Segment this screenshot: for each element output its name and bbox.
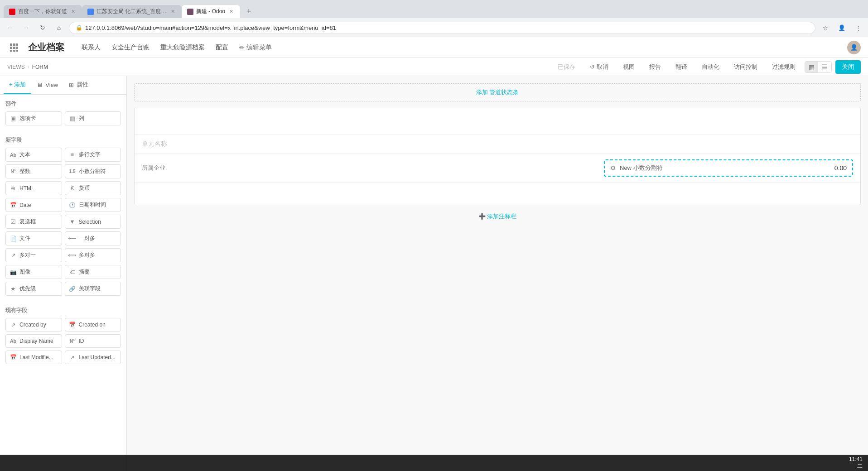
refresh-button[interactable]: ↻ (36, 21, 49, 34)
sidebar-item-related[interactable]: 🔗 关联字段 (65, 282, 121, 296)
svg-rect-3 (10, 47, 12, 49)
text-label: 文本 (19, 151, 30, 159)
sidebar-item-one2many[interactable]: ⟵ 一对多 (65, 231, 121, 245)
last-modified-icon: 📅 (10, 354, 17, 361)
forward-button[interactable]: → (20, 21, 33, 34)
sidebar-item-selection[interactable]: ▼ Selection (65, 215, 121, 229)
text-icon: Ab (10, 151, 17, 159)
nav-edit-menu[interactable]: ✏ 编辑菜单 (235, 41, 276, 54)
brand-title: 企业档案 (28, 41, 64, 53)
sidebar-item-many2many[interactable]: ⟺ 多对多 (65, 248, 121, 262)
sidebar-item-image[interactable]: 📷 图像 (5, 265, 62, 279)
created-on-label: Created on (79, 322, 106, 328)
form-container: 单元名称 所属企业 ⚙ New 小数分割符 0.00 (134, 107, 861, 205)
selection-icon: ▼ (69, 218, 76, 226)
existing-fields-title: 现有字段 (5, 307, 121, 314)
new-fields-title: 新字段 (5, 136, 121, 144)
view-button[interactable]: 视图 (617, 61, 640, 73)
user-avatar[interactable]: 👤 (847, 41, 861, 54)
id-icon: N° (69, 337, 76, 345)
decimal-field-value: 0.00 (834, 164, 847, 172)
decimal-field-container: ⚙ New 小数分割符 0.00 (232, 159, 853, 177)
filter-button[interactable]: 过滤规则 (767, 61, 801, 73)
sidebar-item-datetime[interactable]: 🕐 日期和时间 (65, 198, 121, 212)
new-tab-button[interactable]: + (242, 5, 256, 18)
grid-view-button[interactable]: ▦ (805, 62, 818, 72)
existing-fields-section: 现有字段 ↗ Created by 📅 Created on Ab Displa… (0, 301, 126, 370)
sidebar-item-date[interactable]: 📅 Date (5, 198, 62, 212)
sidebar-item-priority[interactable]: ★ 优先级 (5, 282, 62, 296)
last-modified-label: Last Modifie... (19, 354, 53, 360)
sidebar-item-last-modified[interactable]: 📅 Last Modifie... (5, 351, 62, 364)
tab-2-favicon (87, 9, 94, 15)
nav-hazard[interactable]: 重大危险源档案 (156, 41, 209, 54)
sidebar-item-currency[interactable]: € 货币 (65, 181, 121, 195)
sidebar-item-html[interactable]: ⊕ HTML (5, 181, 62, 195)
nav-config[interactable]: 配置 (211, 41, 233, 54)
svg-rect-5 (16, 47, 18, 49)
breadcrumb: VIEWS › FORM (7, 64, 549, 70)
sidebar-item-tags[interactable]: 🏷 摘要 (65, 265, 121, 279)
display-name-icon: Ab (10, 337, 17, 345)
sidebar-item-file[interactable]: 📄 文件 (5, 231, 62, 245)
new-fields-section: 新字段 Ab 文本 ≡ 多行文字 N° 整数 1.5 小数分割符 (0, 131, 126, 301)
tab-3[interactable]: 新建 - Odoo ✕ (182, 5, 240, 18)
breadcrumb-views[interactable]: VIEWS (7, 64, 25, 70)
add-chatter-button[interactable]: ➕ 添加注释栏 (134, 205, 861, 228)
tab-2[interactable]: 江苏安全局 化工系统_百度搜索 ✕ (82, 5, 182, 18)
new-decimal-field[interactable]: ⚙ New 小数分割符 0.00 (604, 159, 853, 177)
access-button[interactable]: 访问控制 (728, 61, 763, 73)
sidebar-item-many2one[interactable]: ↗ 多对一 (5, 248, 62, 262)
sidebar-item-decimal[interactable]: 1.5 小数分割符 (65, 164, 121, 178)
home-button[interactable]: ⌂ (53, 21, 65, 34)
translate-button[interactable]: 翻译 (670, 61, 693, 73)
nav-contacts[interactable]: 联系人 (77, 41, 105, 54)
sidebar-item-column[interactable]: ▥ 列 (65, 111, 121, 125)
sidebar-item-last-updated[interactable]: ↗ Last Updated... (65, 351, 121, 364)
selection-label: Selection (79, 219, 101, 225)
date-icon: 📅 (10, 202, 17, 209)
cancel-button[interactable]: ↺ 取消 (584, 61, 614, 73)
sidebar-item-checkbox[interactable]: ☑ 复选框 (5, 215, 62, 229)
gear-icon[interactable]: ⚙ (610, 164, 616, 172)
related-label: 关联字段 (79, 285, 101, 293)
sidebar-tab-view[interactable]: 🖥 View (31, 76, 63, 94)
breadcrumb-sep: › (28, 64, 29, 70)
profile-button[interactable]: 👤 (835, 21, 848, 34)
form-unit-name-row[interactable]: 单元名称 (135, 135, 860, 154)
nav-safety[interactable]: 安全生产台账 (107, 41, 154, 54)
created-on-icon: 📅 (69, 321, 76, 328)
add-status-bar[interactable]: 添加 管道状态条 (134, 83, 861, 101)
sidebar-item-created-on[interactable]: 📅 Created on (65, 318, 121, 332)
report-button[interactable]: 报告 (644, 61, 666, 73)
decimal-label: 小数分割符 (79, 168, 106, 175)
list-view-button[interactable]: ☰ (818, 62, 831, 72)
tab-1[interactable]: 百度一下，你就知道 ✕ (4, 5, 82, 18)
tab-2-close[interactable]: ✕ (169, 8, 176, 15)
add-tab-label: + 添加 (9, 81, 26, 89)
back-button[interactable]: ← (4, 21, 16, 34)
save-button[interactable]: 已保存 (552, 61, 581, 73)
sidebar-tab-properties[interactable]: ⊞ 属性 (63, 76, 94, 94)
sidebar-item-id[interactable]: N° ID (65, 334, 121, 348)
sidebar-tab-add[interactable]: + 添加 (4, 76, 31, 94)
bookmark-button[interactable]: ☆ (819, 21, 832, 34)
sidebar-item-integer[interactable]: N° 整数 (5, 164, 62, 178)
edit-menu-label: 编辑菜单 (246, 43, 272, 52)
tab-1-close[interactable]: ✕ (70, 8, 77, 15)
tab-3-close[interactable]: ✕ (228, 8, 235, 15)
sidebar-item-tab-card[interactable]: ▣ 选项卡 (5, 111, 62, 125)
sidebar-item-multiline[interactable]: ≡ 多行文字 (65, 148, 121, 162)
time-display: 11:41 (849, 456, 863, 462)
close-studio-button[interactable]: 关闭 (835, 60, 861, 74)
sidebar-item-display-name[interactable]: Ab Display Name (5, 334, 62, 348)
address-bar[interactable]: 🔒 127.0.0.1:8069/web?studio=main#action=… (69, 22, 815, 34)
odoo-topbar: 企业档案 联系人 安全生产台账 重大危险源档案 配置 ✏ 编辑菜单 👤 (0, 37, 868, 58)
sidebar-item-created-by[interactable]: ↗ Created by (5, 318, 62, 332)
sidebar-item-text[interactable]: Ab 文本 (5, 148, 62, 162)
apps-grid-button[interactable] (7, 41, 21, 54)
multiline-label: 多行文字 (79, 151, 101, 159)
tab-2-title: 江苏安全局 化工系统_百度搜索 (96, 8, 167, 15)
automation-button[interactable]: 自动化 (696, 61, 725, 73)
menu-button[interactable]: ⋮ (852, 21, 864, 34)
